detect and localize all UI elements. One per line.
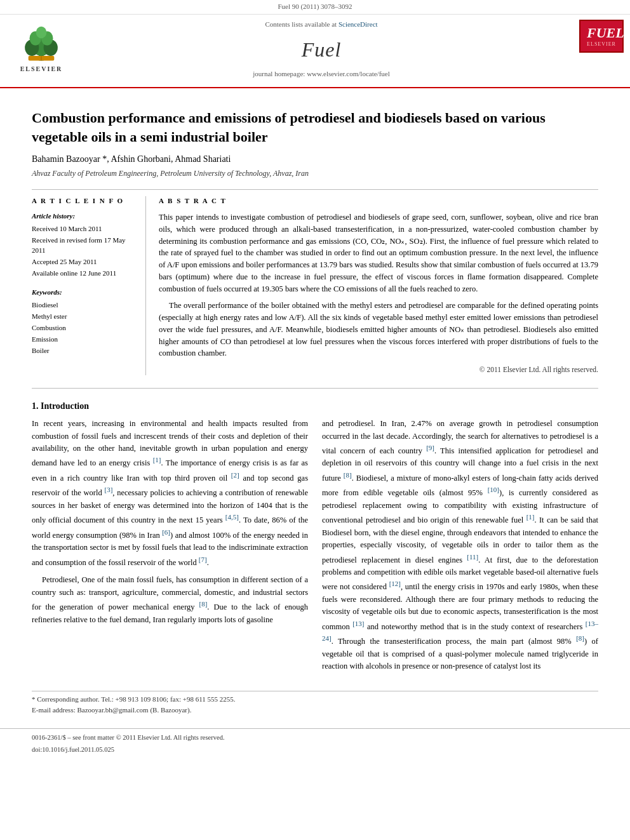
abstract-header: A B S T R A C T — [159, 196, 598, 206]
journal-center: Contents lists available at ScienceDirec… — [83, 20, 560, 79]
keyword-methyl-ester: Methyl ester — [32, 312, 137, 322]
affiliation: Ahvaz Faculty of Petroleum Engineering, … — [32, 168, 598, 179]
ref-10[interactable]: [10] — [488, 486, 499, 493]
main-content: Combustion performance and emissions of … — [0, 91, 630, 690]
footnote-corresponding: * Corresponding author. Tel.: +98 913 10… — [32, 695, 598, 705]
two-col-body: In recent years, increasing in environme… — [32, 418, 598, 677]
footer-issn: 0016-2361/$ – see front matter © 2011 El… — [32, 733, 598, 742]
ref-8b[interactable]: [8] — [344, 471, 352, 479]
header-main: ELSEVIER Contents lists available at Sci… — [0, 15, 630, 83]
ref-9[interactable]: [9] — [426, 444, 434, 451]
copyright: © 2011 Elsevier Ltd. All rights reserved… — [159, 364, 598, 375]
ref-8c[interactable]: [8] — [576, 634, 584, 642]
journal-title: Fuel — [302, 35, 342, 64]
keywords-section: Keywords: Biodiesel Methyl ester Combust… — [32, 288, 137, 356]
section-1-title: 1. Introduction — [32, 400, 598, 413]
article-title: Combustion performance and emissions of … — [32, 109, 598, 146]
ref-7[interactable]: [7] — [199, 556, 207, 563]
body-text: 1. Introduction In recent years, increas… — [32, 400, 598, 678]
available-date: Available online 12 June 2011 — [32, 269, 137, 279]
doi-text: Fuel 90 (2011) 3078–3092 — [278, 3, 352, 10]
ref-1b[interactable]: [1] — [526, 513, 535, 521]
article-info-abstract: A R T I C L E I N F O Article history: R… — [32, 196, 598, 375]
body-left-para-2: Petrodiesel, One of the main fossil fuel… — [32, 574, 308, 626]
elsevier-tree-icon — [16, 25, 67, 63]
ref-45[interactable]: [4,5] — [225, 513, 239, 521]
divider-1 — [32, 189, 598, 190]
received-date: Received 10 March 2011 — [32, 224, 137, 234]
abstract-paragraph-1: This paper intends to investigate combus… — [159, 211, 598, 295]
elsevier-brand: ELSEVIER — [20, 65, 63, 74]
journal-homepage: journal homepage: www.elsevier.com/locat… — [253, 69, 390, 79]
abstract-column: A B S T R A C T This paper intends to in… — [159, 196, 598, 375]
doi-line: Fuel 90 (2011) 3078–3092 — [0, 0, 630, 15]
abstract-text: This paper intends to investigate combus… — [159, 211, 598, 359]
body-left-col: In recent years, increasing in environme… — [32, 418, 308, 677]
footnote-section: * Corresponding author. Tel.: +98 913 10… — [32, 691, 598, 716]
elsevier-logo: ELSEVIER — [6, 20, 76, 79]
article-info-header: A R T I C L E I N F O — [32, 196, 137, 206]
svg-point-6 — [36, 27, 47, 38]
keyword-emission: Emission — [32, 335, 137, 345]
footer-doi: doi:10.1016/j.fuel.2011.05.025 — [32, 745, 598, 754]
body-right-col: and petrodiesel. In Iran, 2.47% on avera… — [322, 418, 598, 677]
received-revised-date: Received in revised form 17 May 2011 — [32, 236, 137, 256]
article-history-label: Article history: — [32, 211, 137, 222]
footnote-email: E-mail address: Bazooyar.bh@gmail.com (B… — [32, 705, 598, 716]
keywords-label: Keywords: — [32, 288, 137, 298]
ref-11[interactable]: [11] — [467, 553, 478, 561]
fuel-logo-box: FUEL ELSEVIER — [566, 20, 624, 79]
keyword-biodiesel: Biodiesel — [32, 300, 137, 310]
abstract-paragraph-2: The overall performance of the boiler ob… — [159, 300, 598, 359]
ref-1[interactable]: [1] — [153, 456, 161, 463]
ref-8a[interactable]: [8] — [199, 600, 208, 608]
article-info-column: A R T I C L E I N F O Article history: R… — [32, 196, 146, 375]
body-left-para-1: In recent years, increasing in environme… — [32, 418, 308, 569]
fuel-logo: FUEL ELSEVIER — [579, 20, 624, 53]
journal-header: Fuel 90 (2011) 3078–3092 ELSEVIER C — [0, 0, 630, 88]
divider-2 — [32, 388, 598, 389]
ref-12[interactable]: [12] — [389, 580, 401, 587]
ref-13[interactable]: [13] — [352, 620, 364, 627]
keyword-combustion: Combustion — [32, 323, 137, 333]
body-right-para-1: and petrodiesel. In Iran, 2.47% on avera… — [322, 418, 598, 672]
sciencedirect-link[interactable]: ScienceDirect — [338, 20, 378, 28]
ref-6[interactable]: [6] — [162, 528, 170, 536]
ref-2[interactable]: [2] — [231, 471, 239, 479]
authors-line: Bahamin Bazooyar *, Afshin Ghorbani, Ahm… — [32, 153, 598, 166]
page-footer: 0016-2361/$ – see front matter © 2011 El… — [0, 728, 630, 756]
accepted-date: Accepted 25 May 2011 — [32, 257, 137, 267]
sciencedirect-line: Contents lists available at ScienceDirec… — [265, 20, 377, 30]
ref-3[interactable]: [3] — [104, 486, 112, 493]
keyword-boiler: Boiler — [32, 346, 137, 356]
